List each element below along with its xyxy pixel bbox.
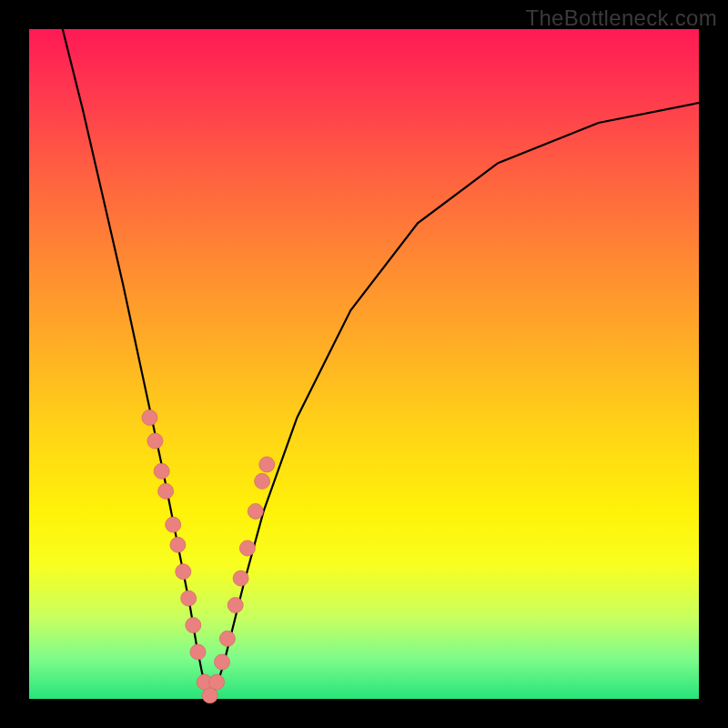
marker-dot [259, 457, 275, 472]
dots-group [142, 410, 275, 703]
chart-svg [29, 29, 699, 699]
marker-dot [215, 654, 230, 670]
marker-dot [228, 598, 243, 613]
watermark-text: TheBottleneck.com [525, 5, 717, 31]
marker-dot [190, 644, 206, 660]
marker-dot [209, 674, 225, 690]
marker-dot [219, 631, 235, 646]
marker-dot [233, 571, 248, 586]
marker-dot [166, 517, 181, 532]
marker-dot [186, 618, 201, 633]
marker-dot [176, 564, 191, 580]
marker-dot [142, 410, 157, 425]
marker-dot [181, 591, 197, 606]
bottleneck-curve [63, 29, 699, 699]
marker-dot [248, 503, 263, 519]
marker-dot [147, 433, 163, 449]
curve-group [63, 29, 699, 699]
marker-dot [239, 541, 255, 556]
plot-area [29, 29, 699, 699]
marker-dot [255, 473, 270, 489]
marker-dot [170, 537, 186, 552]
marker-dot [154, 463, 169, 479]
chart-frame: TheBottleneck.com [0, 0, 728, 728]
marker-dot [158, 483, 174, 499]
